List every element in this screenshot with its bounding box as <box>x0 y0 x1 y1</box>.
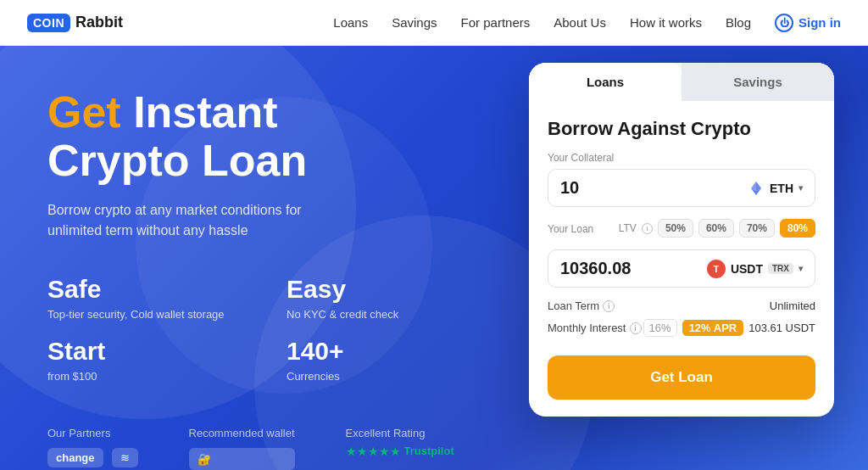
feature-start-label: Start <box>47 337 105 366</box>
partners-row: Our Partners change ≋ Recommended wallet… <box>47 427 492 470</box>
hero-content: Get InstantCrypto Loan Borrow crypto at … <box>0 46 492 470</box>
card-title: Borrow Against Crypto <box>548 118 815 140</box>
apr-old: 16% <box>643 319 677 337</box>
trx-badge: TRX <box>768 263 793 274</box>
info-ltv-icon: i <box>642 223 653 234</box>
wallet-logo: 🔐 <box>189 448 295 470</box>
logo-text: Rabbit <box>75 14 123 31</box>
features-grid: Safe Top-tier security, Cold wallet stor… <box>47 275 492 383</box>
partner-change: change <box>47 448 103 467</box>
interest-info-icon: i <box>630 322 642 334</box>
term-row: Loan Term i Unlimited <box>548 299 815 312</box>
loan-input[interactable] <box>560 259 670 278</box>
feature-start-desc: from $100 <box>47 369 105 384</box>
collateral-input[interactable] <box>560 178 662 198</box>
partners-group: Our Partners change ≋ <box>47 427 138 467</box>
nav-savings[interactable]: Savings <box>392 15 437 30</box>
hero-title: Get InstantCrypto Loan <box>47 88 492 185</box>
term-value: Unlimited <box>770 299 815 312</box>
feature-currencies-desc: Currencies <box>287 369 344 384</box>
card-tabs: Loans Savings <box>529 63 834 101</box>
loan-card-wrapper: Loans Savings Borrow Against Crypto Your… <box>529 63 834 417</box>
ltv-80[interactable]: 80% <box>780 219 815 238</box>
logo: COIN Rabbit <box>27 14 123 32</box>
svg-marker-3 <box>756 182 761 191</box>
usdt-currency-selector[interactable]: T USDT TRX ▾ <box>707 260 803 278</box>
feature-safe-desc: Top-tier security, Cold wallet storage <box>47 307 225 322</box>
usdt-icon: T <box>707 260 726 278</box>
feature-easy-desc: No KYC & credit check <box>287 307 398 322</box>
feature-safe-label: Safe <box>47 275 225 304</box>
eth-currency-selector[interactable]: ETH ▾ <box>748 180 803 197</box>
ltv-label: LTV <box>619 222 637 234</box>
partner-logo-2: ≋ <box>112 448 138 467</box>
loan-label: Your Loan <box>548 223 593 235</box>
term-key: Loan Term i <box>548 299 615 312</box>
trustpilot-logo: Trustpilot <box>404 445 454 457</box>
apr-value: 103.61 USDT <box>748 322 815 334</box>
eth-icon <box>748 180 765 197</box>
nav-partners[interactable]: For partners <box>461 15 531 30</box>
ltv-row: LTV i 50% 60% 70% 80% <box>619 219 815 238</box>
feature-easy-label: Easy <box>287 275 398 304</box>
chevron-down-icon: ▾ <box>798 183 803 193</box>
svg-marker-2 <box>751 182 756 191</box>
collateral-input-row: ETH ▾ <box>548 169 815 207</box>
nav-about[interactable]: About Us <box>554 15 606 30</box>
get-loan-button[interactable]: Get Loan <box>548 355 815 400</box>
nav-loans[interactable]: Loans <box>333 15 368 30</box>
trustpilot: ★★★★★ Trustpilot <box>346 445 454 458</box>
loan-card: Loans Savings Borrow Against Crypto Your… <box>529 63 834 417</box>
card-body: Borrow Against Crypto Your Collateral ET… <box>529 101 834 417</box>
loan-input-row: T USDT TRX ▾ <box>548 249 815 288</box>
interest-key: Monthly Interest i <box>548 322 642 334</box>
apr-row: 16% 12% APR 103.61 USDT <box>643 319 815 337</box>
feature-safe: Safe Top-tier security, Cold wallet stor… <box>47 275 253 322</box>
feature-currencies-label: 140+ <box>287 337 344 366</box>
nav-how[interactable]: How it works <box>630 15 702 30</box>
usdt-label: USDT <box>731 262 763 276</box>
hero-section: Get InstantCrypto Loan Borrow crypto at … <box>0 46 868 470</box>
apr-badge: 12% APR <box>682 320 744 336</box>
logo-box: COIN <box>27 14 70 32</box>
sign-in-button[interactable]: ⏻ Sign in <box>775 14 841 32</box>
tab-savings[interactable]: Savings <box>682 63 834 101</box>
star-icon: ★★★★★ <box>346 445 401 458</box>
partners-title: Our Partners <box>47 427 138 439</box>
hero-subtitle: Borrow crypto at any market conditions f… <box>47 200 353 241</box>
tab-loans[interactable]: Loans <box>529 63 682 101</box>
eth-label: ETH <box>770 182 793 195</box>
sign-in-icon: ⏻ <box>775 14 793 32</box>
feature-currencies: 140+ Currencies <box>287 337 492 384</box>
collateral-label: Your Collateral <box>548 152 815 164</box>
rating-title: Excellent Rating <box>346 427 454 439</box>
wallet-group: Recommended wallet 🔐 <box>189 427 295 470</box>
nav-blog[interactable]: Blog <box>726 15 751 30</box>
rating-group: Excellent Rating ★★★★★ Trustpilot <box>346 427 454 458</box>
ltv-60[interactable]: 60% <box>698 219 734 238</box>
ltv-70[interactable]: 70% <box>739 219 775 238</box>
wallet-title: Recommended wallet <box>189 427 295 439</box>
feature-easy: Easy No KYC & credit check <box>287 275 492 322</box>
header: COIN Rabbit Loans Savings For partners A… <box>0 0 868 46</box>
loan-chevron-icon: ▾ <box>798 264 803 273</box>
hero-title-get: Get <box>47 87 121 137</box>
interest-row: Monthly Interest i 16% 12% APR 103.61 US… <box>548 319 815 337</box>
main-nav: Loans Savings For partners About Us How … <box>333 14 841 32</box>
ltv-50[interactable]: 50% <box>658 219 693 238</box>
feature-start: Start from $100 <box>47 337 253 384</box>
term-info-icon: i <box>603 300 615 312</box>
